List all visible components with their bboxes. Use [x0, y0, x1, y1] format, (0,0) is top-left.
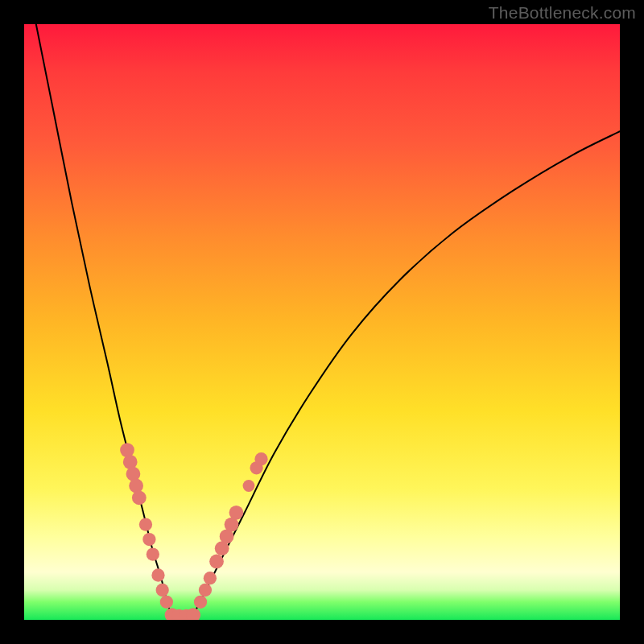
marker-dots — [120, 443, 268, 620]
marker-dot — [147, 547, 159, 560]
marker-dot — [194, 596, 207, 609]
marker-dot — [199, 584, 212, 597]
marker-dot — [156, 584, 169, 597]
plot-area — [24, 24, 620, 620]
marker-dot — [132, 490, 147, 505]
watermark-text: TheBottleneck.com — [489, 3, 636, 23]
curve-lines — [36, 24, 620, 620]
chart-svg — [24, 24, 620, 620]
marker-dot — [123, 455, 138, 469]
series-left-branch — [36, 24, 173, 620]
marker-dot — [160, 596, 173, 609]
series-right-branch — [191, 131, 620, 620]
marker-dot — [142, 533, 155, 546]
marker-dot — [229, 506, 244, 520]
marker-dot — [254, 452, 267, 465]
marker-dot — [204, 572, 217, 584]
marker-dot — [126, 467, 141, 481]
marker-dot — [151, 568, 164, 581]
marker-dot — [139, 518, 152, 530]
marker-dot — [209, 555, 224, 569]
marker-dot — [243, 480, 255, 492]
marker-dot — [129, 479, 143, 493]
chart-frame: TheBottleneck.com — [0, 0, 644, 644]
marker-dot — [120, 443, 134, 457]
